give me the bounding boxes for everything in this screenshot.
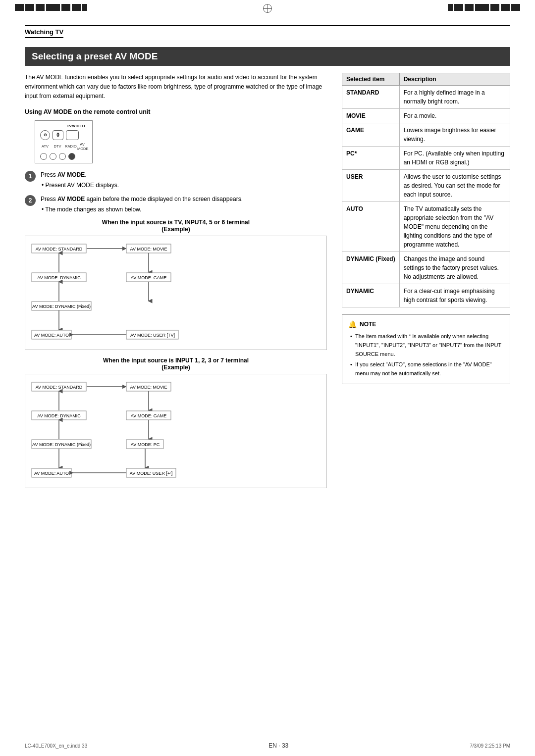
page-content: Watching TV Selecting a preset AV MODE T… <box>0 20 535 515</box>
example2-text: When the input source is INPUT 1, 2, 3 o… <box>103 357 249 364</box>
example1-label: When the input source is TV, INPUT4, 5 o… <box>25 219 327 233</box>
table-header-desc: Description <box>399 73 510 86</box>
table-cell-item: STANDARD <box>342 86 400 109</box>
marks-right <box>448 4 520 11</box>
mark-block <box>61 4 70 11</box>
dtv-label: DTV <box>53 144 62 149</box>
step-2-bold: AV MODE <box>57 196 85 202</box>
table-cell-desc: For a clear-cut image emphasising high c… <box>399 284 510 307</box>
page-title: Selecting a preset AV MODE <box>25 47 510 66</box>
mark-block <box>501 4 510 11</box>
section-heading: Watching TV <box>25 28 63 38</box>
svg-text:AV MODE: GAME: AV MODE: GAME <box>131 275 166 280</box>
mark-block <box>46 4 60 11</box>
step-1-content: Press AV MODE. Present AV MODE displays. <box>41 170 119 190</box>
table-cell-item: DYNAMIC (Fixed) <box>342 252 400 284</box>
step-2-bullet-1: The mode changes as shown below. <box>42 205 243 214</box>
mark-block <box>36 4 45 11</box>
table-cell-desc: For a highly defined image in a normally… <box>399 86 510 109</box>
table-cell-item: DYNAMIC <box>342 284 400 307</box>
table-row: MOVIEFor a movie. <box>342 109 510 123</box>
table-row: GAMELowers image brightness for easier v… <box>342 123 510 147</box>
atv-label: ATV <box>40 144 50 149</box>
table-cell-item: USER <box>342 170 400 202</box>
diagram-2-svg: AV MODE: STANDARD AV MODE: MOVIE AV MODE… <box>29 378 232 482</box>
step-1: 1 Press AV MODE. Present AV MODE display… <box>25 170 327 190</box>
diagram-1: AV MODE: STANDARD AV MODE: MOVIE AV MODE… <box>25 236 327 350</box>
table-row: AUTOThe TV automatically sets the approp… <box>342 202 510 252</box>
av-mode-circle-btn[interactable] <box>68 153 75 160</box>
section-border: Watching TV <box>25 25 510 44</box>
step-number-1: 1 <box>25 171 36 182</box>
remote-bottom-row <box>40 153 87 160</box>
sub-heading: Using AV MODE on the remote control unit <box>25 108 327 115</box>
zero-btn[interactable]: 0 <box>53 130 63 140</box>
radio-btn[interactable] <box>59 153 66 160</box>
mark-block <box>25 4 34 11</box>
table-cell-desc: Allows the user to customise settings as… <box>399 170 510 202</box>
mark-block <box>15 4 24 11</box>
page-number: EN · 33 <box>268 742 288 749</box>
mark-block <box>82 4 87 11</box>
step-2-content: Press AV MODE again before the mode disp… <box>41 195 243 214</box>
table-cell-desc: Lowers image brightness for easier viewi… <box>399 123 510 147</box>
table-row: DYNAMICFor a clear-cut image emphasising… <box>342 284 510 307</box>
svg-text:AV MODE: DYNAMIC: AV MODE: DYNAMIC <box>37 275 81 280</box>
center-registration <box>263 4 272 13</box>
diagram-1-svg: AV MODE: STANDARD AV MODE: MOVIE AV MODE… <box>29 240 232 344</box>
table-cell-item: GAME <box>342 123 400 147</box>
av-mode-label: AV MODE <box>77 142 87 151</box>
note-header: 🔔 NOTE <box>348 319 504 330</box>
svg-text:AV MODE: MOVIE: AV MODE: MOVIE <box>130 247 167 252</box>
remote-illustration: TV/VIDEO ⊙ 0 ATV DTV RADIO AV MODE <box>25 120 327 163</box>
table-cell-desc: For a movie. <box>399 109 510 123</box>
footer: LC-40LE700X_en_e.indd 33 EN · 33 7/3/09 … <box>25 742 510 749</box>
tv-video-label: TV/VIDEO <box>67 124 85 128</box>
extra-btn[interactable] <box>66 130 79 140</box>
table-cell-desc: The TV automatically sets the appropriat… <box>399 202 510 252</box>
table-row: PC*For PC. (Available only when inputtin… <box>342 147 510 170</box>
svg-text:AV MODE: USER [TV]: AV MODE: USER [TV] <box>130 333 175 338</box>
step-1-bold: AV MODE <box>57 171 85 178</box>
step-number-2: 2 <box>25 195 36 206</box>
note-bullet-1: The item marked with * is available only… <box>350 332 504 358</box>
atv-btn[interactable] <box>40 153 47 160</box>
remote-top-row: TV/VIDEO <box>40 124 87 128</box>
svg-text:AV MODE: GAME: AV MODE: GAME <box>131 413 166 418</box>
svg-text:AV MODE: STANDARD: AV MODE: STANDARD <box>36 385 83 390</box>
example1-text: When the input source is TV, INPUT4, 5 o… <box>102 219 250 226</box>
note-icon: 🔔 <box>348 319 357 330</box>
mark-block <box>465 4 474 11</box>
step-2: 2 Press AV MODE again before the mode di… <box>25 195 327 214</box>
svg-text:AV MODE: AUTO: AV MODE: AUTO <box>34 333 69 338</box>
mark-block <box>511 4 520 11</box>
remote-control-diagram: TV/VIDEO ⊙ 0 ATV DTV RADIO AV MODE <box>35 120 93 163</box>
table-cell-item: MOVIE <box>342 109 400 123</box>
note-label: NOTE <box>360 320 376 329</box>
step-1-bullets: Present AV MODE displays. <box>41 181 119 190</box>
table-cell-item: PC* <box>342 147 400 170</box>
av-mode-btn[interactable]: ⊙ <box>40 130 50 140</box>
note-list: The item marked with * is available only… <box>348 332 504 378</box>
step-1-bullet-1: Present AV MODE displays. <box>42 181 119 190</box>
table-row: DYNAMIC (Fixed)Changes the image and sou… <box>342 252 510 284</box>
table-row: USERAllows the user to customise setting… <box>342 170 510 202</box>
note-box: 🔔 NOTE The item marked with * is availab… <box>342 314 510 384</box>
radio-label: RADIO <box>65 144 75 149</box>
av-mode-table: Selected item Description STANDARDFor a … <box>342 73 510 307</box>
mark-block <box>448 4 453 11</box>
svg-text:AV MODE: DYNAMIC: AV MODE: DYNAMIC <box>37 413 81 418</box>
diagram-2: AV MODE: STANDARD AV MODE: MOVIE AV MODE… <box>25 374 327 488</box>
example2-sub: (Example) <box>161 364 190 371</box>
footer-date: 7/3/09 2:25:13 PM <box>470 743 510 749</box>
svg-text:AV MODE: AUTO: AV MODE: AUTO <box>34 471 69 476</box>
dtv-btn[interactable] <box>50 153 56 160</box>
table-cell-desc: Changes the image and sound settings to … <box>399 252 510 284</box>
top-marks <box>0 0 535 20</box>
footer-file: LC-40LE700X_en_e.indd 33 <box>25 743 87 749</box>
table-header-item: Selected item <box>342 73 400 86</box>
svg-text:AV MODE: STANDARD: AV MODE: STANDARD <box>36 247 83 252</box>
table-row: STANDARDFor a highly defined image in a … <box>342 86 510 109</box>
svg-text:AV MODE: MOVIE: AV MODE: MOVIE <box>130 385 167 390</box>
mark-block <box>475 4 489 11</box>
